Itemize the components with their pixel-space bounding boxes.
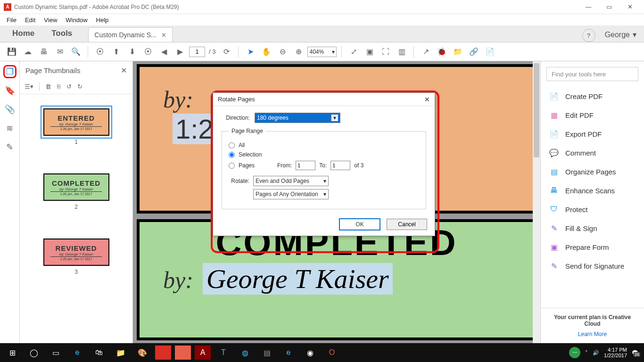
tab-home[interactable]: Home bbox=[4, 25, 43, 42]
save-icon[interactable]: 💾 bbox=[5, 45, 19, 59]
read-mode-icon[interactable]: ▥ bbox=[395, 45, 409, 59]
stamp-icon[interactable]: 🐞 bbox=[435, 45, 449, 59]
document-tab-close-icon[interactable]: ✕ bbox=[161, 32, 166, 39]
insert-page-icon[interactable]: ⎘ bbox=[57, 83, 61, 90]
page-first-icon[interactable]: ⦿ bbox=[93, 45, 107, 59]
signature-rail-icon[interactable]: ✎ bbox=[3, 140, 17, 154]
thumbnail-item[interactable]: ENTERED by: George T Kaiser 1:26 pm, Jan… bbox=[43, 108, 109, 145]
app-icon-blue[interactable]: T bbox=[213, 343, 234, 362]
rotate-ccw-icon[interactable]: ↺ bbox=[66, 83, 72, 90]
cancel-button[interactable]: Cancel bbox=[387, 219, 427, 230]
dialog-close-icon[interactable]: ✕ bbox=[424, 96, 430, 103]
rotate-cw-icon[interactable]: ↻ bbox=[77, 83, 83, 90]
thumbnail-item[interactable]: COMPLETED by: George T Kaiser 1:26 pm, J… bbox=[43, 173, 109, 210]
system-tray[interactable]: 〰 ˄ 🔊 4:17 PM 1/22/2017 💬26 bbox=[569, 347, 642, 358]
plan-learn-more-link[interactable]: Learn More bbox=[545, 331, 639, 337]
email-icon[interactable]: ✉ bbox=[53, 45, 67, 59]
window-minimize-button[interactable]: — bbox=[578, 0, 599, 14]
opera-icon[interactable]: O bbox=[322, 343, 342, 362]
ok-button[interactable]: OK bbox=[339, 219, 380, 230]
thumbnail-preview[interactable]: COMPLETED by: George T Kaiser 1:26 pm, J… bbox=[43, 173, 109, 201]
paint-icon[interactable]: 🎨 bbox=[132, 343, 153, 362]
zoom-level-dropdown[interactable]: 404%▾ bbox=[307, 47, 337, 57]
file-explorer-icon[interactable]: 📁 bbox=[110, 343, 131, 362]
pointer-icon[interactable]: ➤ bbox=[243, 45, 257, 59]
from-input[interactable] bbox=[296, 161, 315, 170]
rotate-filter-dropdown[interactable]: Even and Odd Pages ▾ bbox=[253, 176, 329, 186]
window-close-button[interactable]: ✕ bbox=[619, 0, 640, 14]
thumbnails-options-icon[interactable]: ☰▾ bbox=[25, 83, 33, 90]
link-icon[interactable]: 🔗 bbox=[467, 45, 481, 59]
fit-width-icon[interactable]: ⤢ bbox=[347, 45, 361, 59]
edge-icon[interactable]: e bbox=[67, 343, 88, 362]
folder-icon[interactable]: 📁 bbox=[451, 45, 465, 59]
radio-all[interactable] bbox=[229, 142, 235, 148]
bookmark-rail-icon[interactable]: 🔖 bbox=[3, 84, 17, 97]
hand-icon[interactable]: ✋ bbox=[259, 45, 273, 59]
radio-selection[interactable] bbox=[229, 152, 235, 158]
page-up-icon[interactable]: ⬆ bbox=[109, 45, 123, 59]
search-icon[interactable]: 🔍 bbox=[69, 45, 83, 59]
tool-comment[interactable]: 💬Comment bbox=[541, 143, 644, 162]
page-thumbnails-rail-icon[interactable]: ❐ bbox=[3, 65, 17, 78]
thumbnails-close-icon[interactable]: ✕ bbox=[121, 66, 127, 75]
page-icon[interactable]: 📄 bbox=[483, 45, 497, 59]
chrome-icon[interactable]: ◉ bbox=[300, 343, 321, 362]
cortana-icon[interactable]: ◯ bbox=[24, 343, 44, 362]
orientation-filter-dropdown[interactable]: Pages of Any Orientation ▾ bbox=[253, 189, 329, 199]
thumbnail-preview[interactable]: ENTERED by: George T Kaiser 1:26 pm, Jan… bbox=[43, 108, 109, 136]
menu-view[interactable]: View bbox=[40, 16, 61, 25]
menu-edit[interactable]: Edit bbox=[21, 16, 39, 25]
task-view-icon[interactable]: ▭ bbox=[45, 343, 66, 362]
app-icon-gray[interactable]: ▤ bbox=[256, 343, 277, 362]
refresh-icon[interactable]: ⟳ bbox=[219, 45, 233, 59]
menu-window[interactable]: Window bbox=[62, 16, 91, 25]
tool-create-pdf[interactable]: 📄Create PDF bbox=[541, 87, 644, 106]
tool-fill-sign[interactable]: ✎Fill & Sign bbox=[541, 219, 644, 238]
radio-pages[interactable] bbox=[229, 163, 235, 169]
zoom-in-icon[interactable]: ⊕ bbox=[291, 45, 305, 59]
cloud-icon[interactable]: ☁ bbox=[21, 45, 35, 59]
thumbnail-item[interactable]: REVIEWED by: George T Kaiser 1:26 pm, Ja… bbox=[43, 239, 109, 275]
document-tab[interactable]: Custom Dynamic S... ✕ bbox=[88, 27, 172, 42]
layers-rail-icon[interactable]: ≋ bbox=[3, 122, 17, 135]
page-down-icon[interactable]: ⬇ bbox=[125, 45, 139, 59]
tray-notifications-icon[interactable]: 💬26 bbox=[632, 350, 638, 356]
fullscreen-icon[interactable]: ⛶ bbox=[379, 45, 393, 59]
tab-tools[interactable]: Tools bbox=[43, 25, 81, 42]
tool-export-pdf[interactable]: 📄Export PDF bbox=[541, 124, 644, 143]
start-button[interactable]: ⊞ bbox=[2, 343, 23, 362]
fit-page-icon[interactable]: ▣ bbox=[363, 45, 377, 59]
page-number-input[interactable] bbox=[189, 47, 205, 57]
tray-clock[interactable]: 4:17 PM 1/22/2017 bbox=[604, 347, 627, 358]
page-prev-icon[interactable]: ◀ bbox=[157, 45, 171, 59]
app-icon-orange[interactable] bbox=[175, 346, 191, 360]
tool-edit-pdf[interactable]: ▦Edit PDF bbox=[541, 106, 644, 124]
app-icon-disc[interactable]: ◍ bbox=[235, 343, 256, 362]
tool-enhance-scans[interactable]: 🖶Enhance Scans bbox=[541, 181, 644, 200]
app-icon-red1[interactable] bbox=[155, 346, 171, 360]
page-last-icon[interactable]: ⦿ bbox=[141, 45, 155, 59]
ie-icon[interactable]: e bbox=[278, 343, 299, 362]
user-menu[interactable]: George ▾ bbox=[601, 27, 640, 42]
acrobat-taskbar-icon[interactable]: A bbox=[195, 346, 211, 360]
tool-prepare-form[interactable]: ▣Prepare Form bbox=[541, 238, 644, 256]
tool-send-for-signature[interactable]: ✎Send for Signature bbox=[541, 256, 644, 275]
tool-protect[interactable]: 🛡Protect bbox=[541, 200, 644, 219]
attachment-rail-icon[interactable]: 📎 bbox=[3, 103, 17, 116]
thumbnails-list[interactable]: ENTERED by: George T Kaiser 1:26 pm, Jan… bbox=[20, 94, 132, 343]
tools-search-input[interactable]: Find your tools here bbox=[546, 67, 638, 81]
tray-app-icon[interactable]: 〰 bbox=[569, 347, 580, 358]
help-button[interactable]: ? bbox=[582, 29, 595, 42]
tray-chevron-up-icon[interactable]: ˄ bbox=[585, 350, 588, 356]
tray-volume-icon[interactable]: 🔊 bbox=[593, 350, 599, 356]
menu-file[interactable]: File bbox=[3, 16, 20, 25]
scrollbar-thumb[interactable] bbox=[534, 63, 539, 157]
window-maximize-button[interactable]: ▭ bbox=[599, 0, 619, 14]
direction-dropdown[interactable]: 180 degrees ▾ bbox=[255, 113, 340, 123]
store-icon[interactable]: 🛍 bbox=[89, 343, 109, 362]
print-icon[interactable]: 🖶 bbox=[37, 45, 51, 59]
to-input[interactable] bbox=[330, 161, 350, 170]
menu-help[interactable]: Help bbox=[92, 16, 113, 25]
delete-page-icon[interactable]: 🗑 bbox=[45, 83, 51, 90]
